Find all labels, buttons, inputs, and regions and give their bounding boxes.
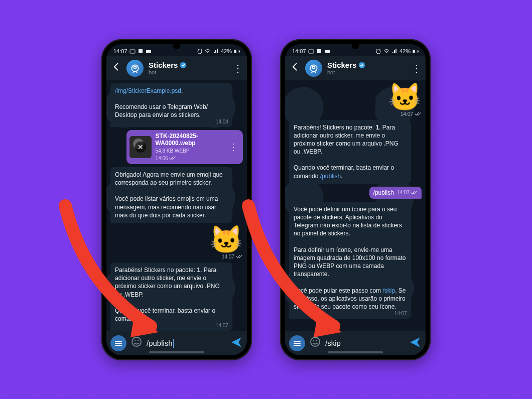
menu-button[interactable]: ⋮ (412, 62, 421, 74)
cancel-icon[interactable]: ✕ (135, 142, 146, 153)
send-button[interactable] (230, 336, 243, 351)
battery-percent: 42% (221, 48, 232, 54)
svg-point-22 (313, 66, 315, 68)
svg-point-9 (134, 66, 137, 68)
svg-rect-20 (418, 50, 419, 52)
bot-message[interactable]: Parabéns! Stickers no pacote: 1. Para ad… (110, 262, 232, 331)
back-button[interactable] (111, 62, 121, 74)
svg-point-4 (207, 52, 208, 53)
chat-subtitle: bot (149, 69, 228, 75)
message-text: Obrigado! Agora me envie um emoji que co… (115, 171, 223, 186)
file-menu-button[interactable]: ⋮ (227, 142, 240, 153)
read-ticks-icon (169, 156, 176, 161)
link[interactable]: /img/StickerExample.psd (115, 87, 181, 94)
svg-rect-19 (413, 50, 415, 53)
file-thumbnail: ✕ (129, 136, 152, 158)
battery-icon (234, 48, 240, 54)
camera-notch (173, 42, 180, 49)
read-ticks-icon (236, 254, 243, 259)
chat-scroll[interactable]: /img/StickerExample.psd. Recomendo usar … (106, 80, 247, 331)
svg-rect-14 (317, 49, 321, 53)
sent-sticker[interactable]: 🐱 14:07 (388, 83, 422, 117)
phone-mockup-left: 14:07 (101, 39, 252, 360)
chat-title: Stickers (327, 61, 356, 69)
read-ticks-icon (415, 111, 422, 116)
status-icon (324, 48, 330, 54)
chat-scroll[interactable]: 🐱 14:07 Parabéns! Stickers no pacote: 1.… (285, 80, 426, 331)
message-text: Você pode listar vários emojis em uma me… (115, 195, 218, 218)
status-icon (138, 48, 144, 54)
verified-icon (180, 62, 187, 69)
command-link[interactable]: /publish (320, 173, 341, 180)
timestamp: 14:07 (401, 111, 413, 117)
timestamp: 14:06 (156, 156, 168, 161)
svg-point-23 (311, 337, 320, 346)
chat-title-block[interactable]: Stickers bot (327, 61, 407, 75)
status-icon (316, 48, 322, 54)
bot-message[interactable]: /img/StickerExample.psd. Recomendo usar … (110, 83, 232, 127)
file-name: STK-20240825-WA0000.webp (156, 133, 223, 147)
menu-button[interactable]: ⋮ (233, 62, 242, 74)
message-text: Você pode pular este passo com (294, 287, 382, 294)
bot-message[interactable]: Você pode definir um ícone para o seu pa… (289, 202, 411, 319)
svg-point-17 (386, 52, 387, 53)
timestamp: 14:04 (216, 118, 228, 125)
status-icon (308, 48, 314, 54)
command-link[interactable]: /skip (382, 287, 395, 294)
svg-point-24 (313, 340, 314, 341)
wifi-icon (205, 48, 211, 54)
emoji-button[interactable] (309, 336, 321, 351)
bot-message[interactable]: Parabéns! Stickers no pacote: 1. Para ad… (289, 120, 411, 184)
cat-sticker: 🐱 (209, 226, 243, 253)
message-text: Para definir um ícone, envie-me uma imag… (294, 246, 406, 278)
commands-menu-button[interactable] (110, 335, 126, 351)
battery-percent: 42% (400, 48, 411, 54)
file-size: 54,8 KB WEBP (156, 148, 223, 154)
commands-menu-button[interactable] (289, 335, 305, 351)
sent-file[interactable]: ✕ STK-20240825-WA0000.webp 54,8 KB WEBP … (126, 130, 243, 164)
back-button[interactable] (290, 62, 300, 74)
cat-sticker: 🐱 (388, 83, 422, 110)
screen: 14:07 (106, 44, 247, 355)
svg-point-3 (198, 50, 202, 54)
timestamp: 14:07 (216, 322, 228, 329)
status-time: 14:07 (113, 48, 127, 54)
svg-rect-6 (234, 50, 236, 53)
sent-message[interactable]: /publish 14:07 (369, 187, 422, 199)
timestamp: 14:07 (397, 190, 410, 195)
svg-point-16 (376, 50, 380, 54)
chat-title-block[interactable]: Stickers bot (149, 61, 228, 75)
svg-point-12 (138, 340, 139, 341)
message-input[interactable]: /skip (325, 339, 405, 347)
signal-icon (391, 48, 397, 54)
timestamp: 14:07 (222, 254, 234, 259)
status-time: 14:07 (292, 48, 306, 54)
signal-icon (213, 48, 219, 54)
message-text: . (341, 173, 342, 180)
svg-rect-1 (139, 49, 143, 53)
message-text: Você pode definir um ícone para o seu pa… (294, 206, 402, 237)
sent-sticker[interactable]: 🐱 14:07 (209, 226, 243, 259)
svg-rect-0 (130, 50, 135, 53)
message-text: /publish (373, 189, 394, 196)
svg-rect-2 (146, 50, 151, 53)
message-input[interactable]: /publish (147, 339, 226, 348)
message-text: Parabéns! Stickers no pacote: (294, 124, 375, 131)
input-value: /publish (147, 339, 173, 347)
phone-mockup-right: 14:07 42% Stickers bot (280, 39, 431, 360)
bot-avatar[interactable] (305, 60, 322, 77)
emoji-button[interactable] (130, 336, 143, 351)
svg-rect-7 (239, 50, 240, 52)
message-text: Quando você terminar, basta enviar o com… (115, 307, 215, 322)
input-value: /skip (325, 339, 341, 347)
chat-title: Stickers (149, 61, 178, 69)
home-indicator (328, 351, 383, 353)
alarm-icon (375, 48, 381, 54)
message-text: Quando você terminar, basta enviar o com… (294, 164, 394, 179)
bot-avatar[interactable] (126, 60, 144, 77)
bot-message[interactable]: Obrigado! Agora me envie um emoji que co… (110, 167, 232, 223)
camera-notch (352, 42, 359, 49)
send-button[interactable] (409, 336, 422, 351)
home-indicator (149, 351, 204, 353)
chat-subtitle: bot (327, 69, 407, 75)
